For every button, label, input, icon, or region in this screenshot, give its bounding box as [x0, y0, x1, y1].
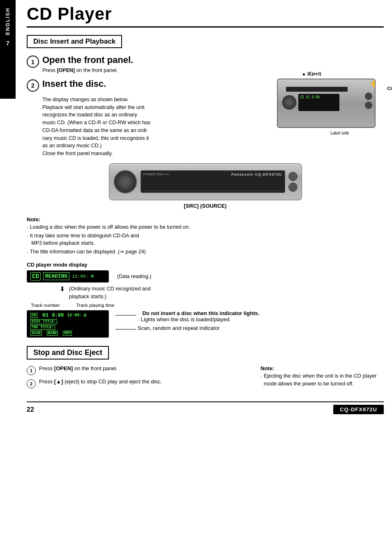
indicator-text-2: Scan, random and repeat indicator	[138, 325, 219, 331]
step2-left: 2 Insert the disc. The display changes a…	[27, 79, 269, 158]
lcd-time-code: 12:05:	[67, 313, 82, 318]
btn1	[365, 93, 372, 100]
step2-body: The display changes as shown below. Play…	[42, 96, 198, 158]
indicator-notes: ◦ Do not insert a disc when this indicat…	[115, 310, 384, 331]
page-footer: 22 CQ-DFX972U	[27, 401, 384, 414]
lcd-cd-small: CD	[30, 313, 37, 318]
ind-dot-2: ◦	[138, 318, 139, 322]
step2-title: Insert the disc.	[42, 79, 106, 89]
device-power-label: POWER 50W x 4	[143, 172, 169, 176]
lcd-scan: SCAN	[30, 331, 42, 336]
stop-two-col: 1 Press [OPEN] on the front panel. 2 Pre…	[27, 365, 384, 392]
right-buttons	[365, 93, 372, 109]
mode-display-title: CD player mode display	[27, 262, 384, 268]
indicator-line-2	[115, 329, 136, 329]
mode-display-section: CD player mode display CD READING 12:05:…	[27, 262, 384, 338]
section1-header: Disc Insert and Playback	[27, 35, 122, 48]
stop-note-item-1: ◦ Ejecting the disc when the unit is in …	[261, 372, 384, 388]
indicator-note-1: ◦ Do not insert a disc when this indicat…	[115, 310, 384, 322]
lcd2-line2: DISC TITLE:	[30, 319, 105, 324]
page-number: 22	[27, 406, 34, 413]
stop-step-1: 1 Press [OPEN] on the front panel.	[27, 365, 248, 375]
scan-label: Scan, random and repeat indicator	[138, 325, 219, 331]
side-tab: ENGLISH 7	[0, 0, 16, 99]
btn2	[365, 102, 372, 109]
close-label: Close	[387, 86, 392, 91]
lcd-rand: RAND	[47, 331, 58, 336]
note-text-2: It may take some time to distinguish CD-…	[30, 232, 139, 248]
device-display-line	[143, 190, 282, 191]
stop-note-title: Note:	[261, 365, 384, 371]
reading-label-area: (Data reading.)	[117, 274, 151, 279]
cd-unit-box: CD 01 0:00 🤚	[277, 79, 376, 128]
arrow-down-icon: ⬇	[60, 285, 65, 293]
note-item-2: ◦ It may take some time to distinguish C…	[27, 232, 384, 248]
page-title: CD Player	[27, 4, 384, 28]
step2-row: 2 Insert the disc. The display changes a…	[27, 79, 384, 158]
note-dot-3: ◦	[27, 250, 28, 255]
cd-slot	[286, 87, 348, 92]
lcd-disc-icon: ⊙	[83, 312, 86, 318]
note-item-3: ◦ The title information can be displayed…	[27, 248, 384, 256]
lcd-space	[44, 331, 46, 336]
stop-section: Stop and Disc Eject 1 Press [OPEN] on th…	[27, 346, 384, 392]
lcd-reading-box: CD READING 12:05: ⊙	[27, 270, 109, 283]
lcd-track-time: 0:00	[52, 313, 64, 318]
lcd-reading-label: READING	[43, 272, 70, 280]
step1-body: Press [OPEN] on the front panel.	[42, 67, 133, 74]
stop-section-header: Stop and Disc Eject	[27, 346, 109, 360]
note-text-1: Loading a disc when the power is off all…	[30, 223, 190, 231]
lcd-disc-title: DISC TITLE:	[30, 319, 57, 324]
stop-step-1-num: 1	[27, 366, 36, 375]
side-tab-language: ENGLISH	[5, 7, 10, 35]
arrow-playback-row: ⬇ (Ordinary music CD recognized andplayb…	[27, 285, 384, 301]
cd-unit-illustration: ▲ (Eject) Close CD 01 0:00	[277, 79, 384, 134]
note-dot-2: ◦	[27, 234, 28, 239]
device-right-buttons	[288, 172, 297, 192]
device-section: Panasonic CQ-DFX972U POWER 50W x 4 [SRC]…	[27, 163, 384, 215]
lcd-cd-label: CD	[30, 272, 41, 281]
device-image: Panasonic CQ-DFX972U POWER 50W x 4	[109, 163, 302, 200]
stop-note-dot-1: ◦	[261, 374, 262, 379]
track-time-label: Track playing time	[76, 303, 115, 308]
ind-dot-1: ◦	[138, 312, 139, 316]
lcd-space2	[60, 331, 62, 336]
lcd-spin-icon: ⊙	[91, 273, 94, 279]
label-side-label: Label side	[330, 131, 349, 135]
indicator-text-1: ◦ Do not insert a disc when this indicat…	[138, 310, 259, 322]
step2-right: ▲ (Eject) Close CD 01 0:00	[277, 70, 384, 134]
track-number-label: Track number	[31, 303, 60, 308]
indicator-line-1	[115, 315, 136, 315]
lcd-playing-box: CD 01 0:00 12:05: ⊙ DISC TITLE: TRC TITL…	[27, 310, 109, 338]
hand-disc-icon: 🤚	[369, 79, 376, 89]
track-labels-row: Track number Track playing time	[31, 303, 384, 308]
ind-bold-1: Do not insert a disc when this indicator…	[142, 310, 259, 316]
src-source-label: [SRC] (SOURCE)	[184, 203, 227, 209]
device-brand-label: Panasonic CQ-DFX972U	[231, 172, 282, 176]
lcd-track-num: 01	[42, 312, 49, 318]
step1-title: Open the front panel.	[42, 55, 133, 65]
indicator-note-2: Scan, random and repeat indicator	[115, 325, 384, 331]
unit-display: CD 01 0:00	[298, 94, 339, 111]
stop-step-2-num: 2	[27, 379, 36, 388]
stop-step-2-text: Press [▲] (eject) to stop CD play and ej…	[39, 378, 162, 385]
note-item-1: ◦ Loading a disc when the power is off a…	[27, 223, 384, 231]
note-text-3: The title information can be displayed. …	[30, 248, 146, 256]
note-title: Note:	[27, 216, 384, 223]
note-section: Note: ◦ Loading a disc when the power is…	[27, 216, 384, 256]
main-content: CD Player Disc Insert and Playback 1 Ope…	[18, 0, 392, 422]
stop-right: Note: ◦ Ejecting the disc when the unit …	[261, 365, 384, 392]
step1-circle: 1	[27, 56, 39, 68]
stop-step-2: 2 Press [▲] (eject) to stop CD play and …	[27, 378, 248, 388]
data-reading-label: (Data reading.)	[117, 274, 151, 279]
side-tab-page: 7	[6, 40, 9, 46]
step2-header-row: 2 Insert the disc.	[27, 79, 269, 92]
step2-circle: 2	[27, 79, 39, 92]
device-btn-1	[288, 172, 297, 181]
eject-label: ▲ (Eject)	[302, 71, 321, 76]
lcd2-line3: TRC TITLE:	[30, 325, 105, 330]
device-img-inner: Panasonic CQ-DFX972U POWER 50W x 4	[109, 164, 302, 200]
arrow-area: ⬇	[27, 285, 65, 293]
src-button	[282, 95, 297, 110]
lcd-rep: REP	[63, 331, 72, 336]
